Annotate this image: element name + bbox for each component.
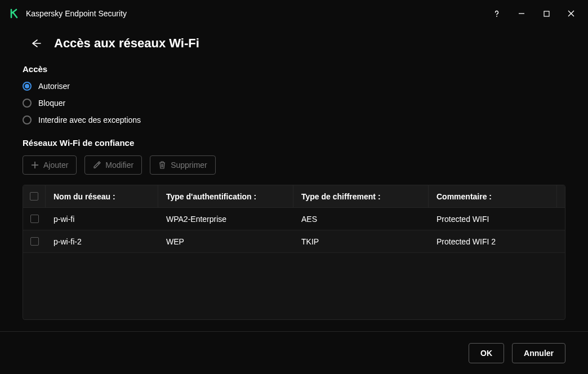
access-heading: Accès (23, 64, 565, 74)
titlebar: Kaspersky Endpoint Security (0, 0, 588, 27)
svg-point-0 (496, 16, 497, 17)
table-row[interactable]: p-wi-fi WPA2-Enterprise AES Protected WI… (23, 208, 565, 230)
select-all-checkbox[interactable] (30, 192, 38, 201)
app-logo-icon (9, 8, 20, 19)
access-radio-group: Autoriser Bloquer Interdire avec des exc… (23, 82, 565, 124)
cell-auth: WPA2-Enterprise (158, 215, 293, 224)
help-button[interactable] (491, 8, 502, 19)
radio-label: Interdire avec des exceptions (38, 115, 141, 124)
radio-icon (23, 115, 32, 124)
cell-enc: TKIP (293, 237, 429, 246)
cell-comment: Protected WIFI (429, 215, 557, 224)
header-enc[interactable]: Type de chiffrement : (293, 185, 429, 207)
radio-allow[interactable]: Autoriser (23, 82, 565, 91)
edit-button[interactable]: Modifier (84, 155, 142, 175)
radio-block[interactable]: Bloquer (23, 99, 565, 108)
cell-name: p-wi-fi (46, 215, 158, 224)
window-controls (491, 8, 581, 19)
page-header: Accès aux réseaux Wi-Fi (23, 36, 565, 51)
radio-label: Bloquer (38, 99, 65, 108)
row-checkbox[interactable] (30, 215, 39, 223)
content-area: Accès aux réseaux Wi-Fi Accès Autoriser … (0, 27, 588, 331)
cell-auth: WEP (158, 237, 293, 246)
button-label: Modifier (105, 161, 133, 170)
page-title: Accès aux réseaux Wi-Fi (54, 36, 199, 51)
cancel-button[interactable]: Annuler (512, 343, 565, 363)
trusted-heading: Réseaux Wi-Fi de confiance (23, 138, 565, 148)
table-body: p-wi-fi WPA2-Enterprise AES Protected WI… (23, 208, 565, 319)
header-checkbox-cell (23, 185, 46, 207)
trash-icon (158, 161, 166, 169)
add-button[interactable]: Ajouter (23, 155, 77, 175)
table-row[interactable]: p-wi-fi-2 WEP TKIP Protected WIFI 2 (23, 230, 565, 253)
radio-deny-with-exceptions[interactable]: Interdire avec des exceptions (23, 115, 565, 124)
radio-icon (23, 82, 32, 91)
cell-comment: Protected WIFI 2 (429, 237, 557, 246)
header-auth[interactable]: Type d'authentification : (158, 185, 293, 207)
dialog-footer: OK Annuler (0, 331, 588, 374)
delete-button[interactable]: Supprimer (150, 155, 216, 175)
radio-icon (23, 99, 32, 108)
header-scrollspacer (557, 185, 565, 207)
cell-name: p-wi-fi-2 (46, 237, 158, 246)
plus-icon (31, 161, 39, 169)
header-name[interactable]: Nom du réseau : (46, 185, 158, 207)
pencil-icon (93, 161, 101, 169)
minimize-button[interactable] (516, 8, 527, 19)
cell-enc: AES (293, 215, 429, 224)
app-title: Kaspersky Endpoint Security (26, 9, 491, 18)
back-button[interactable] (29, 37, 43, 50)
radio-label: Autoriser (38, 82, 70, 91)
trusted-toolbar: Ajouter Modifier Supprimer (23, 155, 565, 175)
table-header-row: Nom du réseau : Type d'authentification … (23, 185, 565, 208)
button-label: Supprimer (171, 161, 207, 170)
maximize-button[interactable] (541, 8, 552, 19)
ok-button[interactable]: OK (469, 343, 504, 363)
close-button[interactable] (565, 8, 577, 19)
header-comment[interactable]: Commentaire : (429, 185, 557, 207)
button-label: Ajouter (43, 161, 68, 170)
row-checkbox[interactable] (30, 237, 39, 246)
app-window: Kaspersky Endpoint Security Accès aux ré… (0, 0, 588, 374)
trusted-table: Nom du réseau : Type d'authentification … (23, 185, 565, 320)
svg-rect-2 (544, 11, 549, 16)
